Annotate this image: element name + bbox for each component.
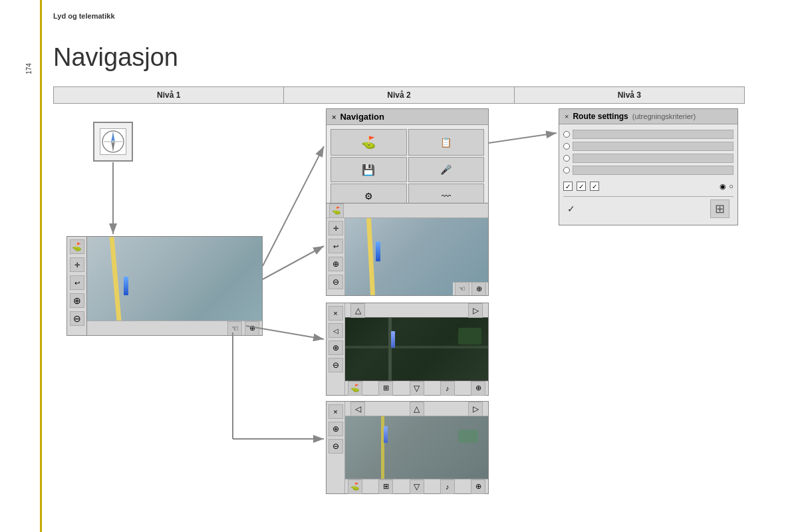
graymap-topbar: ◁ △ ▷ bbox=[345, 402, 488, 416]
graymap-container: × ⊕ ⊖ ◁ △ ▷ ⛳ ⊞ ▽ bbox=[326, 401, 489, 494]
darkmap-top-right[interactable]: ▷ bbox=[468, 303, 483, 318]
darkmap-flag-btn[interactable]: ⛳ bbox=[348, 381, 362, 396]
graymap-bottombar: ⛳ ⊞ ▽ ♪ ⊕ bbox=[345, 479, 488, 493]
darkmap-top-up[interactable]: △ bbox=[350, 303, 365, 318]
nav-panel-body: ⛳ 📋 💾 🎤 ⚙ 〰 bbox=[327, 125, 488, 213]
darkmap-container: × ◁ ⊕ ⊖ △ ▷ ⛳ ⊞ bbox=[326, 303, 489, 396]
checkbox-3[interactable]: ✓ bbox=[590, 182, 599, 191]
page-title: Navigasjon bbox=[53, 43, 178, 72]
map2-topbar: ⛳ bbox=[327, 203, 488, 218]
graymap-grid-btn[interactable]: ⊞ bbox=[378, 479, 393, 494]
radio-3[interactable] bbox=[563, 155, 570, 162]
column-headers: Nivå 1 Nivå 2 Nivå 3 bbox=[53, 86, 745, 104]
graymap-inner: × ⊕ ⊖ ◁ △ ▷ ⛳ ⊞ ▽ bbox=[327, 402, 488, 493]
radio-4[interactable] bbox=[563, 167, 570, 174]
darkmap-inner: × ◁ ⊕ ⊖ △ ▷ ⛳ ⊞ bbox=[327, 303, 488, 395]
graymap-left-btn[interactable]: ◁ bbox=[350, 402, 365, 416]
map2-back-btn[interactable]: ↩ bbox=[329, 239, 343, 253]
graymap-music-btn[interactable]: ♪ bbox=[440, 479, 455, 494]
darkmap-down-btn[interactable]: ▽ bbox=[410, 381, 424, 396]
graymap-target-btn[interactable]: ⊕ bbox=[471, 479, 485, 494]
nav-close-btn[interactable]: × bbox=[332, 113, 336, 121]
nav-btn-1[interactable]: ⛳ bbox=[331, 129, 407, 156]
route-panel-header: × Route settings (utregningskriterier) bbox=[559, 109, 737, 124]
graymap-toolbar: × ⊕ ⊖ bbox=[327, 402, 345, 493]
map-flag-btn[interactable]: ⛳ bbox=[70, 239, 84, 254]
map1-toolbar: ⛳ ✛ ↩ ⊕ ⊖ bbox=[66, 236, 86, 336]
col-header-3: Nivå 3 bbox=[515, 87, 744, 103]
checkbox-1[interactable]: ✓ bbox=[563, 182, 573, 191]
route-check[interactable]: ✓ bbox=[567, 203, 575, 214]
map2-zoomout-btn[interactable]: ⊖ bbox=[329, 275, 343, 289]
page-number: 174 bbox=[25, 63, 33, 74]
graymap-zoomout-btn[interactable]: ⊖ bbox=[329, 439, 343, 454]
navigation-panel: × Navigation ⛳ 📋 💾 🎤 ⚙ 〰 bbox=[326, 108, 489, 213]
radio-bar-4 bbox=[573, 166, 733, 175]
route-panel-subtitle: (utregningskriterier) bbox=[632, 112, 696, 120]
nav-btn-4[interactable]: 🎤 bbox=[408, 157, 485, 182]
compass-inner bbox=[100, 128, 126, 155]
darkmap-grid-btn[interactable]: ⊞ bbox=[378, 381, 393, 396]
map2-bottom: ☜ ⊕ bbox=[453, 282, 488, 295]
target-icon[interactable]: ⊕ bbox=[245, 321, 259, 336]
darkmap-music-btn[interactable]: ♪ bbox=[440, 381, 455, 396]
radio-bar-2 bbox=[573, 142, 733, 151]
map1-bottom-bar: ☜ ⊕ bbox=[87, 321, 262, 335]
graymap-zoomin-btn[interactable]: ⊕ bbox=[329, 422, 343, 436]
map2-target-btn[interactable]: ⊕ bbox=[471, 282, 486, 296]
darkmap-topbar: △ ▷ bbox=[345, 303, 488, 318]
route-close-btn[interactable]: × bbox=[565, 112, 569, 120]
graymap-up-btn[interactable]: △ bbox=[410, 402, 424, 416]
map2-inner: ✛ ↩ ⊕ ⊖ ☜ ⊕ bbox=[327, 218, 488, 295]
nav-btn-2[interactable]: 📋 bbox=[408, 129, 485, 156]
map-back-btn[interactable]: ↩ bbox=[70, 275, 84, 290]
radio-1[interactable] bbox=[563, 131, 570, 138]
section-label: Lyd og telematikk bbox=[53, 12, 115, 20]
nav-panel-header: × Navigation bbox=[327, 109, 488, 125]
map2-move-btn[interactable]: ✛ bbox=[329, 221, 343, 235]
map2-toolbar: ✛ ↩ ⊕ ⊖ bbox=[327, 218, 345, 295]
darkmap-x-btn[interactable]: × bbox=[329, 306, 343, 321]
graymap-down-btn[interactable]: ▽ bbox=[410, 479, 424, 494]
route-settings-panel: × Route settings (utregningskriterier) ✓… bbox=[559, 108, 738, 225]
darkmap-toolbar: × ◁ ⊕ ⊖ bbox=[327, 303, 345, 395]
checkbox-2[interactable]: ✓ bbox=[577, 182, 586, 191]
map-zoom-out-btn[interactable]: ⊖ bbox=[70, 311, 84, 326]
darkmap-view-wrapper: △ ▷ ⛳ ⊞ ▽ ♪ ⊕ bbox=[345, 303, 488, 395]
route-radio-4 bbox=[563, 164, 733, 176]
graymap-right-btn[interactable]: ▷ bbox=[468, 402, 483, 416]
darkmap-target-btn[interactable]: ⊕ bbox=[471, 381, 485, 396]
hand-icon[interactable]: ☜ bbox=[227, 321, 242, 336]
radio-selected[interactable]: ◉ bbox=[720, 182, 726, 191]
route-radio-2 bbox=[563, 140, 733, 152]
map2-flag-btn[interactable]: ⛳ bbox=[329, 203, 344, 218]
map-zoom-in-btn[interactable]: ⊕ bbox=[70, 293, 84, 308]
darkmap-zoomout-btn[interactable]: ⊖ bbox=[329, 358, 343, 372]
route-bottom-row: ✓ ⊞ bbox=[563, 196, 733, 221]
nav-btn-3[interactable]: 💾 bbox=[331, 157, 407, 182]
route-grid[interactable]: ⊞ bbox=[710, 200, 730, 218]
section-text: Lyd og telematikk bbox=[53, 12, 115, 20]
map2-zoomin-btn[interactable]: ⊕ bbox=[329, 257, 343, 271]
map2-hand-btn[interactable]: ☜ bbox=[455, 282, 469, 296]
map2-container: ⛳ ✛ ↩ ⊕ ⊖ ☜ ⊕ bbox=[326, 203, 489, 296]
darkmap-area bbox=[345, 318, 488, 380]
radio-2[interactable] bbox=[563, 143, 570, 150]
svg-line-9 bbox=[263, 246, 324, 279]
graymap-view-wrapper: ◁ △ ▷ ⛳ ⊞ ▽ ♪ ⊕ bbox=[345, 402, 488, 493]
darkmap-left-btn[interactable]: ◁ bbox=[329, 323, 343, 338]
darkmap-bottombar: ⛳ ⊞ ▽ ♪ ⊕ bbox=[345, 380, 488, 395]
route-panel-title: Route settings bbox=[573, 112, 628, 121]
route-checkbox-row: ✓ ✓ ✓ ◉ ○ bbox=[563, 179, 733, 194]
radio-unselected[interactable]: ○ bbox=[729, 182, 733, 190]
col-header-1: Nivå 1 bbox=[54, 87, 284, 103]
graymap-area bbox=[345, 416, 488, 479]
svg-line-7 bbox=[263, 146, 324, 266]
graymap-flag-btn[interactable]: ⛳ bbox=[348, 479, 362, 494]
darkmap-zoomin-btn[interactable]: ⊕ bbox=[329, 340, 343, 355]
col-header-2: Nivå 2 bbox=[284, 87, 514, 103]
compass-widget[interactable] bbox=[93, 122, 133, 162]
svg-line-8 bbox=[489, 133, 557, 143]
map-move-btn[interactable]: ✛ bbox=[70, 257, 84, 272]
graymap-x-btn[interactable]: × bbox=[329, 404, 343, 419]
